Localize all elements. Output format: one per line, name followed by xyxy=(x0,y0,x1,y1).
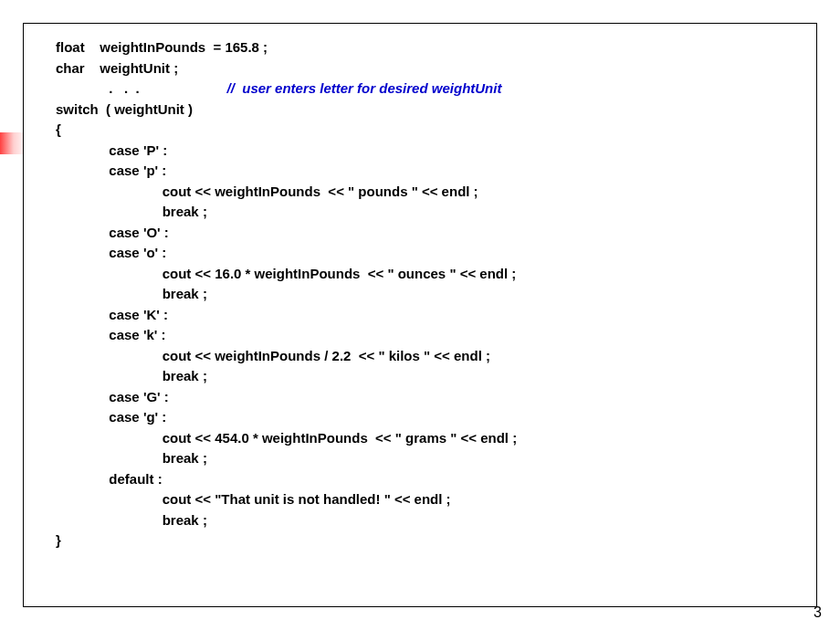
code-line: case 'K' : xyxy=(56,305,807,326)
page-number: 3 xyxy=(814,604,822,621)
code-line: cout << 454.0 * weightInPounds << " gram… xyxy=(56,428,807,449)
code-line: char weightUnit ; xyxy=(56,58,807,79)
code-line: break ; xyxy=(56,284,807,305)
code-line: case 'o' : xyxy=(56,243,807,264)
code-line: cout << 16.0 * weightInPounds << " ounce… xyxy=(56,264,807,285)
code-line: case 'O' : xyxy=(56,223,807,244)
code-line: default : xyxy=(56,469,807,490)
code-line: } xyxy=(56,530,807,551)
code-line: break ; xyxy=(56,202,807,223)
code-block: float weightInPounds = 165.8 ; char weig… xyxy=(23,23,817,607)
code-line: float weightInPounds = 165.8 ; xyxy=(56,37,807,58)
code-line: case 'P' : xyxy=(56,141,807,162)
code-line: break ; xyxy=(56,366,807,387)
code-line: cout << "That unit is not handled! " << … xyxy=(56,489,807,510)
code-line: . . . // user enters letter for desired … xyxy=(56,79,807,100)
code-line: { xyxy=(56,120,807,141)
code-line: break ; xyxy=(56,510,807,531)
code-line: case 'G' : xyxy=(56,387,807,408)
code-line: break ; xyxy=(56,448,807,469)
code-text: . . . xyxy=(56,80,227,96)
code-line: cout << weightInPounds / 2.2 << " kilos … xyxy=(56,346,807,367)
code-line: switch ( weightUnit ) xyxy=(56,100,807,121)
code-line: case 'g' : xyxy=(56,407,807,428)
code-line: case 'p' : xyxy=(56,161,807,182)
code-line: case 'k' : xyxy=(56,325,807,346)
code-line: cout << weightInPounds << " pounds " << … xyxy=(56,182,807,203)
code-comment: // user enters letter for desired weight… xyxy=(227,80,502,96)
